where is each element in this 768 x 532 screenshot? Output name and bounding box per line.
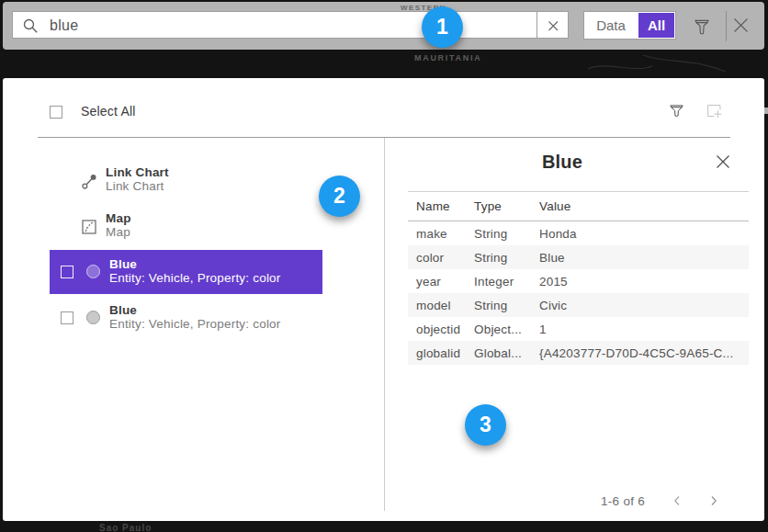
cell-value: 2015 (539, 275, 749, 289)
map-label-mauritania: MAURITANIA (414, 53, 481, 62)
callout-3: 3 (465, 404, 506, 446)
cell-type: Object... (474, 323, 539, 336)
cell-name: objectid (408, 323, 474, 336)
pagination-next-button[interactable] (703, 490, 725, 512)
cell-value: {A4203777-D70D-4C5C-9A65-C... (539, 346, 749, 360)
list-item-blue-selected[interactable]: Blue Entity: Vehicle, Property: color (50, 250, 322, 294)
item-title: Blue (109, 257, 280, 271)
cell-name: color (408, 251, 474, 265)
table-row: make String Honda (408, 221, 749, 245)
item-title: Link Chart (106, 165, 169, 179)
cell-type: String (474, 251, 539, 265)
chevron-right-icon (709, 494, 718, 507)
item-subtitle: Link Chart (106, 179, 169, 193)
close-details-icon[interactable] (716, 154, 730, 169)
search-icon (23, 18, 39, 34)
list-details-divider (384, 138, 385, 511)
entity-dot-icon (86, 311, 100, 324)
table-header-row: Name Type Value (408, 191, 749, 221)
cell-value: 1 (539, 323, 749, 336)
add-to-selection-icon[interactable] (707, 105, 723, 119)
segment-all[interactable]: All (638, 13, 674, 38)
pagination-label: 1-6 of 6 (601, 494, 645, 508)
details-title: Blue (378, 150, 746, 174)
cell-name: globalid (408, 346, 474, 360)
chevron-left-icon (672, 494, 682, 507)
search-query-text: blue (50, 17, 78, 34)
map-icon (82, 220, 96, 234)
segment-data[interactable]: Data (584, 12, 638, 39)
table-row: year Integer 2015 (408, 269, 749, 293)
app-window: MAURITANIA Sao Paulo WESTERN blue Data A… (0, 0, 768, 532)
close-search-icon[interactable] (733, 17, 749, 33)
pagination-prev-button[interactable] (666, 490, 688, 512)
attributes-table: Name Type Value make String Honda color … (408, 191, 749, 365)
entity-dot-icon (86, 265, 100, 278)
column-header-name: Name (408, 199, 474, 213)
map-label-city: Sao Paulo (99, 523, 152, 532)
clear-search-button[interactable] (536, 11, 569, 39)
toolbar-divider (726, 11, 727, 41)
map-edge-widget (764, 108, 768, 114)
search-results-panel: Select All Link Chart Link Chart (3, 78, 764, 521)
list-item-blue[interactable]: Blue Entity: Vehicle, Property: color (50, 296, 322, 342)
cell-value: Blue (539, 251, 749, 265)
item-title: Blue (109, 303, 280, 317)
cell-type: String (474, 227, 539, 241)
item-checkbox[interactable] (61, 266, 73, 278)
item-subtitle: Map (106, 225, 131, 239)
list-item-map[interactable]: Map Map (50, 204, 322, 250)
search-toolbar: WESTERN blue Data All (3, 2, 764, 50)
callout-1: 1 (422, 6, 463, 48)
cell-name: make (408, 227, 474, 241)
item-checkbox[interactable] (61, 311, 73, 324)
filter-icon[interactable] (695, 18, 709, 36)
table-row: color String Blue (408, 245, 749, 269)
table-row: model String Civic (408, 293, 749, 317)
cell-name: year (408, 275, 474, 289)
table-row: objectid Object... 1 (408, 317, 749, 341)
callout-2: 2 (319, 175, 360, 217)
cell-type: Global... (474, 346, 539, 360)
link-chart-icon (82, 174, 97, 189)
results-filter-icon[interactable] (670, 105, 683, 118)
item-subtitle: Entity: Vehicle, Property: color (109, 271, 280, 285)
list-item-link-chart[interactable]: Link Chart Link Chart (50, 158, 322, 204)
column-header-value: Value (539, 199, 749, 213)
select-all-label: Select All (81, 105, 136, 119)
cell-type: Integer (474, 275, 539, 289)
scope-segmented-control: Data All (583, 11, 676, 40)
cell-value: Civic (539, 299, 749, 312)
column-header-type: Type (474, 199, 539, 213)
item-subtitle: Entity: Vehicle, Property: color (109, 317, 280, 331)
cell-value: Honda (539, 227, 749, 241)
table-row: globalid Global... {A4203777-D70D-4C5C-9… (408, 341, 749, 365)
select-all-checkbox[interactable] (50, 106, 62, 119)
clear-icon (537, 12, 570, 40)
cell-type: String (474, 299, 539, 312)
item-title: Map (106, 211, 131, 225)
cell-name: model (408, 299, 474, 312)
